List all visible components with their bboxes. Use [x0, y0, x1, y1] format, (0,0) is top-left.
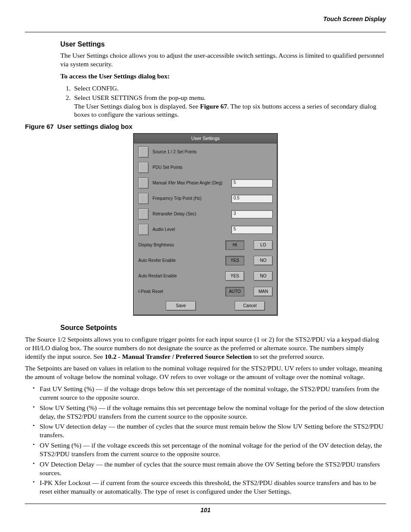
bullet-slow-uv: Slow UV Setting (%) — if the voltage rem…	[34, 404, 386, 421]
step-2a: Select USER SETTINGS from the pop-up men…	[74, 94, 206, 101]
step-2b-figref: Figure 67	[200, 103, 227, 110]
audio-button[interactable]	[138, 224, 149, 235]
figure-number: Figure 67	[25, 123, 54, 130]
auto-restart-yes-button[interactable]: YES	[225, 271, 244, 281]
source-setpoints-p2: The Setpoints are based on values in rel…	[25, 364, 386, 381]
brightness-hi-button[interactable]: HI	[225, 240, 244, 250]
manual-xfer-value[interactable]: 5	[231, 179, 273, 187]
row-auto-restart: Auto Restart Enable YES NO	[138, 270, 273, 282]
figure-caption: Figure 67 User settings dialog box	[25, 122, 386, 131]
auto-rexfer-label: Auto Rexfer Enable	[138, 258, 225, 264]
retransfer-value[interactable]: 3	[231, 210, 273, 218]
bullet-ov: OV Setting (%) — if the voltage exceeds …	[34, 441, 386, 458]
freq-trip-value[interactable]: 0.5	[231, 195, 273, 203]
ipeak-label: I-Peak Reset	[138, 289, 225, 295]
auto-restart-label: Auto Restart Enable	[138, 274, 225, 279]
step-2b: The User Settings dialog box is displaye…	[74, 102, 386, 119]
auto-restart-no-button[interactable]: NO	[254, 271, 273, 281]
bullet-ipk-lockout: I-PK Xfer Lockout — if current from the …	[34, 479, 386, 496]
pdu-setpoints-label: PDU Set Points	[153, 165, 273, 171]
figure-title: User settings dialog box	[57, 123, 132, 130]
retransfer-button[interactable]	[138, 208, 149, 220]
brightness-label: Display Brightness	[138, 243, 225, 248]
step-2: Select USER SETTINGS from the pop-up men…	[72, 93, 386, 119]
sp-p1-ref: 10.2 - Manual Transfer / Preferred Sourc…	[105, 353, 252, 360]
freq-trip-button[interactable]	[138, 193, 149, 204]
bullet-slow-uv-delay: Slow UV detection delay — the number of …	[34, 422, 386, 439]
setpoint-bullets: Fast UV Setting (%) — if the voltage dro…	[25, 385, 386, 496]
pdu-setpoints-button[interactable]	[138, 162, 149, 173]
user-settings-dialog: User Settings Source 1 / 2 Set Points PD…	[133, 133, 278, 316]
ipeak-man-button[interactable]: MAN	[254, 287, 273, 296]
step-1: Select CONFIG.	[72, 84, 386, 93]
retransfer-label: Retransfer Delay (Sec)	[153, 212, 231, 217]
row-auto-rexfer: Auto Rexfer Enable YES NO	[138, 255, 273, 267]
auto-rexfer-yes-button[interactable]: YES	[225, 256, 244, 265]
source-setpoints-heading: Source Setpoints	[60, 324, 386, 332]
row-retransfer: Retransfer Delay (Sec) 3	[138, 208, 273, 220]
row-ipeak: I-Peak Reset AUTO MAN	[138, 286, 273, 298]
page-number: 101	[25, 507, 386, 514]
audio-label: Audio Level	[153, 227, 231, 233]
access-steps: Select CONFIG. Select USER SETTINGS from…	[60, 84, 386, 119]
dialog-title: User Settings	[134, 134, 277, 143]
source-setpoints-label: Source 1 / 2 Set Points	[153, 149, 273, 155]
row-audio: Audio Level 5	[138, 224, 273, 236]
bottom-rule	[25, 504, 386, 504]
step-2b-pre: The User Settings dialog box is displaye…	[74, 103, 200, 110]
access-heading: To access the User Settings dialog box:	[60, 72, 386, 81]
user-settings-heading: User Settings	[60, 40, 386, 49]
row-source-setpoints: Source 1 / 2 Set Points	[138, 146, 273, 158]
freq-trip-label: Frequency Trip Point (Hz)	[153, 196, 231, 202]
top-rule	[25, 32, 386, 32]
user-settings-intro: The User Settings choice allows you to a…	[60, 51, 386, 68]
auto-rexfer-no-button[interactable]: NO	[254, 256, 273, 265]
save-button[interactable]: Save	[166, 301, 196, 311]
cancel-button[interactable]: Cancel	[235, 301, 265, 311]
bullet-fast-uv: Fast UV Setting (%) — if the voltage dro…	[34, 385, 386, 402]
running-head: Touch Screen Display	[25, 16, 386, 23]
source-setpoints-button[interactable]	[138, 146, 149, 158]
row-manual-xfer: Manual Xfer Max Phase Angle (Deg) 5	[138, 177, 273, 189]
bullet-ov-delay: OV Detection Delay — the number of cycle…	[34, 460, 386, 477]
brightness-lo-button[interactable]: LO	[254, 240, 273, 250]
source-setpoints-p1: The Source 1/2 Setpoints allows you to c…	[25, 335, 386, 361]
ipeak-auto-button[interactable]: AUTO	[225, 287, 244, 296]
row-brightness: Display Brightness HI LO	[138, 239, 273, 251]
manual-xfer-label: Manual Xfer Max Phase Angle (Deg)	[153, 180, 231, 186]
manual-xfer-button[interactable]	[138, 177, 149, 189]
sp-p1-post: to set the preferred source.	[252, 353, 324, 360]
row-freq-trip: Frequency Trip Point (Hz) 0.5	[138, 193, 273, 205]
row-pdu-setpoints: PDU Set Points	[138, 162, 273, 174]
audio-value[interactable]: 5	[231, 226, 273, 234]
